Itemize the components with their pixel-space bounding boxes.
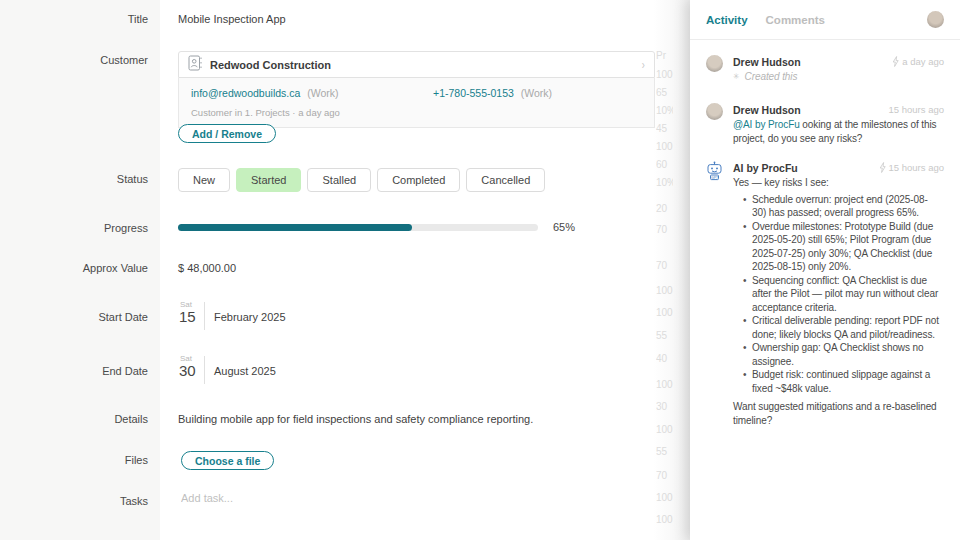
risk-item: Critical deliverable pending: report PDF… [743,314,941,341]
svg-text:GPT: GPT [711,176,718,180]
tab-comments[interactable]: Comments [766,14,825,26]
add-remove-button[interactable]: Add / Remove [178,124,276,143]
entry-author: Drew Hudson [733,56,801,68]
tasks-label: Tasks [0,495,148,507]
start-date-label: Start Date [0,311,148,323]
status-chip-cancelled[interactable]: Cancelled [466,168,545,192]
files-label: Files [0,454,148,466]
lightning-icon [879,162,886,173]
status-chip-new[interactable]: New [178,168,230,192]
add-task-input[interactable] [181,492,481,504]
customer-email-type: (Work) [307,87,338,99]
start-date-month: February 2025 [214,311,286,323]
chevron-right-icon: › [641,57,644,72]
entry-timestamp: 15 hours ago [879,162,944,173]
avatar [706,55,723,72]
ai-reply-intro: Yes — key risks I see: [733,176,941,190]
end-date-month: August 2025 [214,365,276,377]
activity-panel: Activity Comments Drew Hudson a day ago … [690,0,960,540]
ai-reply-outro: Want suggested mitigations and a re-base… [733,400,941,427]
progress-label: Progress [0,222,148,234]
title-field[interactable]: Mobile Inspection App [178,13,286,25]
status-chip-stalled[interactable]: Stalled [307,168,371,192]
customer-name: Redwood Construction [210,59,331,71]
customer-label: Customer [0,54,148,66]
activity-panel-header: Activity Comments [690,0,960,40]
approx-value-label: Approx Value [0,262,148,274]
end-date-day: 30 [179,362,196,379]
risk-item: Schedule overrun: project end (2025-08-3… [743,193,941,220]
entry-author: AI by ProcFu [733,162,798,174]
title-label: Title [0,13,148,25]
panel-shadow-fade [653,0,690,540]
status-chip-started[interactable]: Started [236,168,301,192]
status-label: Status [0,173,148,185]
approx-value-field[interactable]: $ 48,000.00 [178,262,236,274]
tab-activity[interactable]: Activity [706,14,748,26]
customer-email-link[interactable]: info@redwoodbuilds.ca [191,87,300,99]
end-date-label: End Date [0,365,148,377]
comment-text: @AI by ProcFu ooking at the milestones o… [733,118,941,145]
contact-card-icon [188,55,202,75]
details-field[interactable]: Building mobile app for field inspection… [178,413,658,425]
customer-meta: Customer in 1. Projects · a day ago [191,107,642,118]
customer-contact-section: info@redwoodbuilds.ca (Work) +1-780-555-… [178,78,655,128]
progress-fill [178,224,412,231]
start-date-field[interactable]: Sat 15 February 2025 [178,300,398,332]
status-chip-group: New Started Stalled Completed Cancelled [178,168,545,192]
user-avatar[interactable] [927,11,944,28]
customer-card-header[interactable]: Redwood Construction › [178,51,655,78]
entry-author: Drew Hudson [733,104,801,116]
ai-mention-link[interactable]: @AI by ProcFu [733,119,800,130]
status-chip-completed[interactable]: Completed [377,168,460,192]
created-this-line: ✳ Created this [733,70,941,84]
start-date-day: 15 [179,308,196,325]
ai-reply-body: Yes — key risks I see: Schedule overrun:… [733,176,941,427]
customer-phone-type: (Work) [521,87,552,99]
customer-card: Redwood Construction › info@redwoodbuild… [178,51,655,128]
robot-avatar-icon: GPT [705,161,724,181]
customer-phone-link[interactable]: +1-780-555-0153 [433,87,514,99]
entry-timestamp: 15 hours ago [889,104,944,115]
sparkle-icon: ✳ [733,70,740,84]
avatar [706,103,723,120]
lightning-icon [892,56,899,67]
entry-timestamp: a day ago [892,56,944,67]
risk-item: Overdue milestones: Prototype Build (due… [743,220,941,274]
progress-slider[interactable] [178,224,538,231]
end-date-field[interactable]: Sat 30 August 2025 [178,354,398,386]
choose-file-button[interactable]: Choose a file [181,451,274,470]
risk-item: Ownership gap: QA Checklist shows no ass… [743,341,941,368]
progress-percent: 65% [553,221,575,233]
details-label: Details [0,413,148,425]
risk-item: Sequencing conflict: QA Checklist is due… [743,274,941,315]
date-divider [204,302,205,330]
date-divider [204,356,205,384]
risk-item: Budget risk: continued slippage against … [743,368,941,395]
risk-list: Schedule overrun: project end (2025-08-3… [733,193,941,396]
